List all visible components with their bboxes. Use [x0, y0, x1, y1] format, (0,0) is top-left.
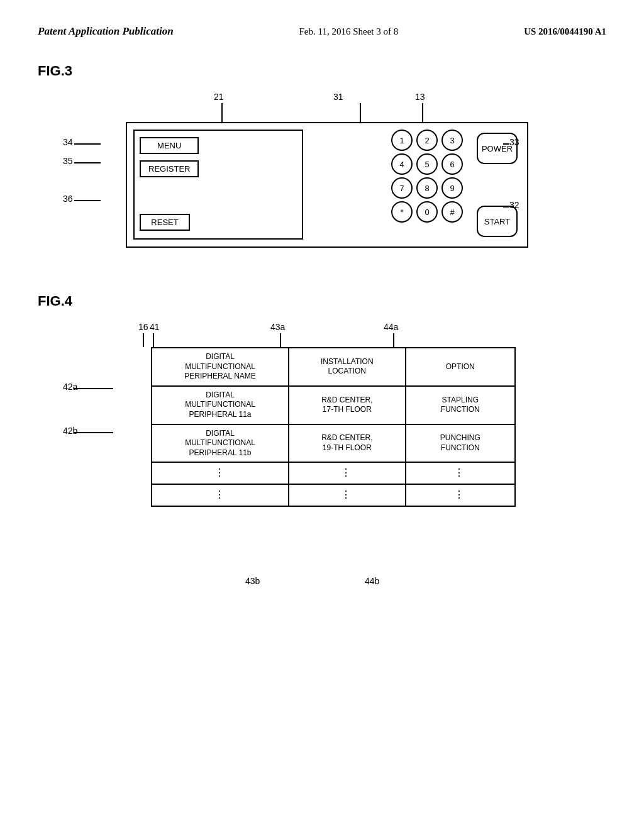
fig4-label: FIG.4	[38, 293, 606, 309]
table-row-dots: ⋮ ⋮ ⋮	[152, 462, 515, 484]
reset-button-wrapper: RESET	[140, 214, 190, 231]
ref-31: 31	[333, 92, 343, 102]
col-header-name: DIGITALMULTIFUNCTIONALPERIPHERAL NAME	[152, 348, 289, 386]
key-5[interactable]: 5	[416, 153, 438, 175]
fig3-diagram: 21 31 13 MENU REGISTER RESET	[63, 92, 553, 243]
ref-16: 16	[138, 322, 148, 332]
dots-option2: ⋮	[406, 484, 516, 506]
ref-33: 33	[509, 137, 519, 147]
dots-name2: ⋮	[152, 484, 289, 506]
patent-number-label: US 2016/0044190 A1	[524, 26, 606, 37]
cell-name-42b: DIGITALMULTIFUNCTIONALPERIPHERAL 11b	[152, 424, 289, 463]
ref-42a: 42a	[63, 382, 77, 392]
table-row-dots2: ⋮ ⋮ ⋮	[152, 484, 515, 506]
key-8[interactable]: 8	[416, 177, 438, 199]
fig4-section: FIG.4 16 41 43a 44a DIGITALMULTIFUNCTION…	[38, 293, 606, 586]
display-screen: MENU REGISTER RESET	[133, 130, 303, 240]
cell-name-42a: DIGITALMULTIFUNCTIONALPERIPHERAL 11a	[152, 386, 289, 424]
key-2[interactable]: 2	[416, 130, 438, 151]
table-row-42a: DIGITALMULTIFUNCTIONALPERIPHERAL 11a R&D…	[152, 386, 515, 424]
dots-location2: ⋮	[289, 484, 405, 506]
menu-button[interactable]: MENU	[140, 137, 199, 154]
ref-21: 21	[214, 92, 224, 102]
col-header-option: OPTION	[406, 348, 516, 386]
key-7[interactable]: 7	[391, 177, 413, 199]
ref-43a: 43a	[270, 322, 285, 332]
ref-32: 32	[509, 200, 519, 210]
dots-option: ⋮	[406, 462, 516, 484]
ref-43b: 43b	[245, 576, 260, 586]
ref-36: 36	[63, 194, 73, 204]
cell-location-42a: R&D CENTER,17-TH FLOOR	[289, 386, 405, 424]
key-1[interactable]: 1	[391, 130, 413, 151]
start-button[interactable]: START	[477, 206, 518, 237]
device-table: DIGITALMULTIFUNCTIONALPERIPHERAL NAME IN…	[151, 347, 516, 507]
key-hash[interactable]: #	[441, 201, 463, 223]
key-3[interactable]: 3	[441, 130, 463, 151]
fig3-label: FIG.3	[38, 63, 606, 79]
ref-41: 41	[150, 322, 160, 332]
dots-location: ⋮	[289, 462, 405, 484]
left-button-group: MENU REGISTER	[140, 137, 199, 177]
page-header: Patent Application Publication Feb. 11, …	[38, 25, 606, 38]
key-star[interactable]: *	[391, 201, 413, 223]
fig3-section: FIG.3 21 31 13 MENU REGISTER	[38, 63, 606, 243]
ref-35: 35	[63, 156, 73, 166]
cell-option-42b: PUNCHINGFUNCTION	[406, 424, 516, 463]
publication-label: Patent Application Publication	[38, 25, 174, 38]
page: Patent Application Publication Feb. 11, …	[0, 0, 644, 830]
ref-34: 34	[63, 137, 73, 147]
dots-name: ⋮	[152, 462, 289, 484]
control-panel: MENU REGISTER RESET 1 2 3 4 5 6 7 8	[126, 122, 528, 248]
ref-44b: 44b	[365, 576, 379, 586]
reset-button[interactable]: RESET	[140, 214, 190, 231]
fig4-diagram: 16 41 43a 44a DIGITALMULTIFUNCTIONALPERI…	[63, 322, 566, 586]
register-button[interactable]: REGISTER	[140, 160, 199, 177]
key-4[interactable]: 4	[391, 153, 413, 175]
ref-42b: 42b	[63, 426, 77, 436]
table-header-row: DIGITALMULTIFUNCTIONALPERIPHERAL NAME IN…	[152, 348, 515, 386]
key-9[interactable]: 9	[441, 177, 463, 199]
ref-44a: 44a	[384, 322, 398, 332]
date-sheet-label: Feb. 11, 2016 Sheet 3 of 8	[299, 26, 399, 37]
ref-13: 13	[415, 92, 425, 102]
key-0[interactable]: 0	[416, 201, 438, 223]
cell-location-42b: R&D CENTER,19-TH FLOOR	[289, 424, 405, 463]
table-row-42b: DIGITALMULTIFUNCTIONALPERIPHERAL 11b R&D…	[152, 424, 515, 463]
numpad: 1 2 3 4 5 6 7 8 9 * 0 #	[391, 130, 464, 223]
key-6[interactable]: 6	[441, 153, 463, 175]
cell-option-42a: STAPLINGFUNCTION	[406, 386, 516, 424]
col-header-location: INSTALLATIONLOCATION	[289, 348, 405, 386]
